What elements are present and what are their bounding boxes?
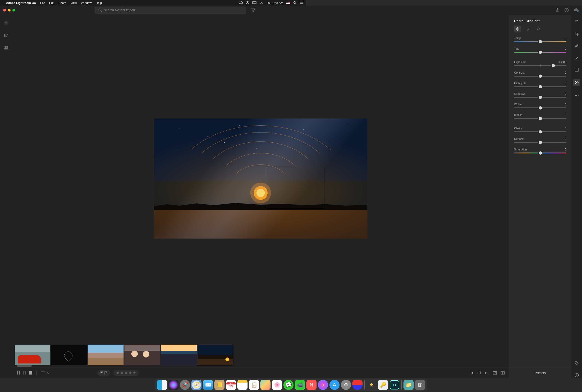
add-photos-icon[interactable] [4,20,9,25]
menu-help[interactable]: Help [96,1,102,4]
input-source-flag-icon[interactable] [286,2,290,4]
canvas-wrap [12,15,306,206]
menubar-extra-icon[interactable] [260,1,263,4]
spotlight-icon[interactable] [293,1,296,4]
window-titlebar: Search Recent Import ? [0,6,306,15]
svg-rect-2 [252,2,256,4]
menu-window[interactable]: Window [81,1,92,4]
library-icon[interactable] [4,33,8,38]
airplay-icon[interactable] [252,1,256,4]
svg-rect-18 [6,34,8,37]
app-name[interactable]: Adobe Lightroom CC [6,1,36,4]
menu-photo[interactable]: Photo [58,1,66,4]
svg-line-9 [101,11,102,12]
svg-rect-17 [6,34,6,37]
svg-point-19 [4,46,6,48]
macos-menubar: Adobe Lightroom CC File Edit Photo View … [0,0,306,6]
menu-view[interactable]: View [70,1,77,4]
svg-point-1 [247,2,248,3]
window-close-button[interactable] [3,9,6,12]
radial-gradient-overlay[interactable] [266,167,306,206]
window-traffic-lights [3,9,15,12]
app-body: ★ ★ ★ ★ ★ Fit Fill 1:1 Radial Gradient [0,15,306,206]
svg-point-3 [294,2,296,4]
creative-cloud-icon[interactable] [238,1,243,4]
svg-rect-16 [4,34,5,37]
search-input[interactable]: Search Recent Import [95,7,246,14]
svg-point-20 [6,46,8,48]
center-area: ★ ★ ★ ★ ★ Fit Fill 1:1 [12,15,306,206]
window-maximize-button[interactable] [12,9,15,12]
menu-edit[interactable]: Edit [49,1,54,4]
lightroom-window: Search Recent Import ? [0,6,306,206]
shared-icon[interactable] [4,46,9,50]
menubar-clock[interactable]: Thu 1:53 AM [266,1,283,4]
left-sidebar [0,15,12,206]
search-placeholder: Search Recent Import [104,8,135,12]
search-icon [98,8,102,12]
svg-line-4 [296,4,296,4]
main-photo-canvas[interactable] [154,118,306,206]
menu-file[interactable]: File [40,1,45,4]
svg-point-8 [99,9,101,11]
menubar-status-icon[interactable] [246,1,249,4]
control-center-icon[interactable] [300,2,304,4]
window-minimize-button[interactable] [8,9,10,12]
filter-icon[interactable] [251,8,255,12]
